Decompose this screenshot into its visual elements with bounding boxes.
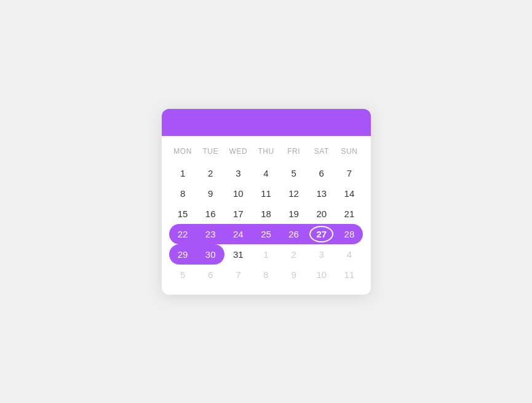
day-cell[interactable]: 9 — [197, 183, 224, 204]
day-cell[interactable]: 6 — [308, 163, 335, 183]
weekday-label: WED — [224, 142, 252, 159]
day-cell[interactable]: 8 — [252, 265, 280, 285]
day-cell[interactable]: 26 — [280, 224, 308, 244]
day-cell[interactable]: 22 — [169, 224, 197, 244]
day-cell[interactable]: 7 — [335, 163, 363, 183]
day-cell[interactable]: 31 — [224, 244, 252, 265]
day-cell[interactable]: 27 — [308, 224, 335, 244]
day-cell[interactable]: 9 — [280, 265, 308, 285]
days-grid: 1234567891011121314151617181920212223242… — [169, 163, 363, 285]
day-cell[interactable]: 13 — [308, 183, 335, 204]
day-cell[interactable]: 18 — [252, 204, 280, 224]
day-cell[interactable]: 3 — [224, 163, 252, 183]
day-cell[interactable]: 6 — [197, 265, 224, 285]
day-cell[interactable]: 7 — [224, 265, 252, 285]
day-cell[interactable]: 2 — [280, 244, 308, 265]
day-cell[interactable]: 16 — [197, 204, 224, 224]
day-cell[interactable]: 24 — [224, 224, 252, 244]
day-cell[interactable]: 11 — [335, 265, 363, 285]
day-cell[interactable]: 25 — [252, 224, 280, 244]
day-cell[interactable]: 5 — [280, 163, 308, 183]
day-cell[interactable]: 29 — [169, 244, 197, 265]
day-cell[interactable]: 23 — [197, 224, 224, 244]
weekday-label: TUE — [197, 142, 224, 159]
weekdays-row: MONTUEWEDTHUFRISATSUN — [169, 142, 363, 159]
day-cell[interactable]: 21 — [335, 204, 363, 224]
day-cell[interactable]: 5 — [169, 265, 197, 285]
day-cell[interactable]: 4 — [335, 244, 363, 265]
day-cell[interactable]: 10 — [224, 183, 252, 204]
day-cell[interactable]: 1 — [169, 163, 197, 183]
weekday-label: THU — [252, 142, 280, 159]
day-cell[interactable]: 28 — [335, 224, 363, 244]
day-cell[interactable]: 2 — [197, 163, 224, 183]
day-cell[interactable]: 19 — [280, 204, 308, 224]
weekday-label: SAT — [308, 142, 335, 159]
weekday-label: SUN — [335, 142, 363, 159]
day-cell[interactable]: 20 — [308, 204, 335, 224]
day-cell[interactable]: 4 — [252, 163, 280, 183]
weekday-label: MON — [169, 142, 197, 159]
day-cell[interactable]: 15 — [169, 204, 197, 224]
day-cell[interactable]: 8 — [169, 183, 197, 204]
day-cell[interactable]: 1 — [252, 244, 280, 265]
day-cell[interactable]: 12 — [280, 183, 308, 204]
calendar-header — [162, 109, 371, 136]
weekday-label: FRI — [280, 142, 308, 159]
calendar-body: MONTUEWEDTHUFRISATSUN 123456789101112131… — [162, 136, 371, 295]
calendar: MONTUEWEDTHUFRISATSUN 123456789101112131… — [162, 109, 371, 295]
day-cell[interactable]: 17 — [224, 204, 252, 224]
day-cell[interactable]: 10 — [308, 265, 335, 285]
day-cell[interactable]: 14 — [335, 183, 363, 204]
day-cell[interactable]: 30 — [197, 244, 224, 265]
day-cell[interactable]: 11 — [252, 183, 280, 204]
day-cell[interactable]: 3 — [308, 244, 335, 265]
